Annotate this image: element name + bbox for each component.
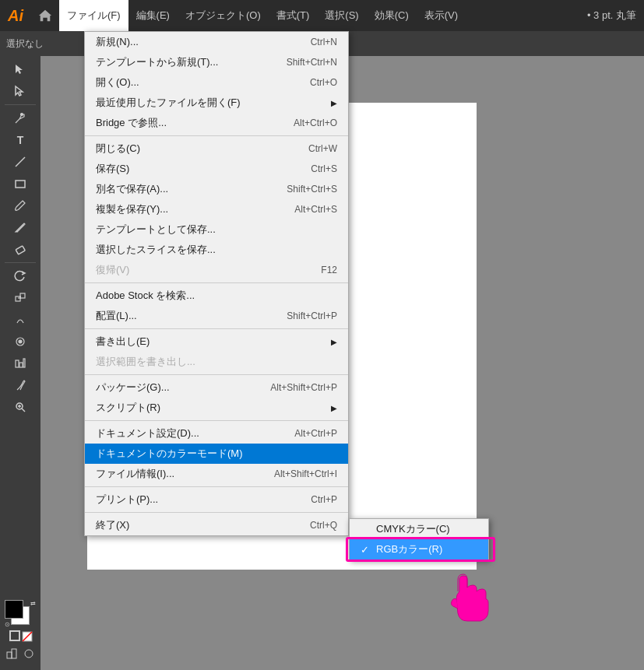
menu-item-save-copy[interactable]: 複製を保存(Y)...Alt+Ctrl+S: [85, 199, 348, 219]
menu-item-save-as[interactable]: 別名で保存(A)...Shift+Ctrl+S: [85, 179, 348, 199]
menu-item-label: 終了(X): [96, 518, 294, 532]
tool-select[interactable]: [2, 59, 38, 79]
tool-brush[interactable]: [2, 195, 38, 216]
menu-item-save-template[interactable]: テンプレートとして保存...: [85, 219, 348, 240]
swap-colors-icon[interactable]: ⇄: [30, 600, 36, 607]
stroke-indicator[interactable]: [9, 630, 20, 641]
submenu-item-label: RGBカラー(R): [376, 542, 442, 556]
menu-item-bridge[interactable]: Bridge で参照...Alt+Ctrl+O: [85, 113, 348, 133]
menu-type[interactable]: 書式(T): [269, 0, 318, 31]
menu-item-export-selection: 選択範囲を書き出し...: [85, 352, 348, 372]
svg-rect-3: [16, 246, 25, 254]
menu-item-label: 最近使用したファイルを開く(F): [96, 96, 326, 110]
menu-item-export[interactable]: 書き出し(E)▶: [85, 331, 348, 352]
tool-knife[interactable]: [2, 375, 38, 395]
menu-separator: [85, 420, 348, 421]
menu-separator: [85, 374, 348, 375]
menu-item-print[interactable]: プリント(P)...Ctrl+P: [85, 489, 348, 510]
svg-line-14: [22, 409, 25, 412]
tool-scale[interactable]: [2, 288, 38, 308]
menu-item-label: 選択したスライスを保存...: [96, 243, 337, 257]
tool-column[interactable]: [2, 353, 38, 374]
menu-item-shortcut: Shift+Ctrl+S: [287, 184, 337, 195]
menu-view[interactable]: 表示(V): [417, 0, 466, 31]
menu-item-label: 閉じる(C): [96, 142, 293, 156]
tool-pen[interactable]: [2, 108, 38, 128]
menu-item-label: ドキュメント設定(D)...: [96, 426, 279, 440]
none-indicator[interactable]: [22, 631, 31, 640]
menu-item-shortcut: Ctrl+O: [310, 77, 337, 88]
svg-rect-5: [20, 293, 25, 298]
tool-direct-select[interactable]: [2, 81, 38, 101]
menu-item-close[interactable]: 閉じる(C)Ctrl+W: [85, 139, 348, 159]
menu-item-label: プリント(P)...: [96, 493, 295, 507]
menu-item-recent[interactable]: 最近使用したファイルを開く(F)▶: [85, 93, 348, 113]
menu-item-label: 開く(O)...: [96, 75, 294, 89]
menu-item-shortcut: Alt+Shift+Ctrl+I: [274, 468, 337, 479]
color-swatch-group[interactable]: ⊙ ⇄: [5, 600, 36, 628]
menu-item-label: 書き出し(E): [96, 335, 326, 349]
tool-extra-1[interactable]: [4, 644, 19, 664]
tool-zoom[interactable]: [2, 397, 38, 417]
menubar: Ai ファイル(F) 編集(E) オブジェクト(O) 書式(T) 選択(S) 効…: [0, 0, 644, 31]
menu-item-save-slices[interactable]: 選択したスライスを保存...: [85, 240, 348, 260]
menu-select[interactable]: 選択(S): [317, 0, 366, 31]
tool-extra-2[interactable]: [21, 644, 37, 664]
tool-type[interactable]: T: [2, 130, 38, 150]
menu-item-save[interactable]: 保存(S)Ctrl+S: [85, 159, 348, 179]
home-button[interactable]: [31, 0, 59, 31]
menu-item-stock[interactable]: Adobe Stock を検索...: [85, 286, 348, 306]
menu-item-color-mode[interactable]: ドキュメントのカラーモード(M): [85, 444, 348, 464]
menu-item-shortcut: Shift+Ctrl+P: [287, 310, 337, 321]
file-menu-dropdown: 新規(N)...Ctrl+Nテンプレートから新規(T)...Shift+Ctrl…: [84, 31, 349, 536]
tool-pencil[interactable]: [2, 217, 38, 237]
menu-item-doc-setup[interactable]: ドキュメント設定(D)...Alt+Ctrl+P: [85, 423, 348, 444]
menu-item-new-template[interactable]: テンプレートから新規(T)...Shift+Ctrl+N: [85, 52, 348, 72]
menu-item-label: 保存(S): [96, 162, 295, 176]
menu-item-shortcut: Alt+Ctrl+P: [294, 428, 337, 439]
menu-effect[interactable]: 効果(C): [367, 0, 417, 31]
menu-item-quit[interactable]: 終了(X)Ctrl+Q: [85, 515, 348, 535]
reset-colors-icon[interactable]: ⊙: [5, 621, 10, 628]
svg-point-0: [21, 114, 23, 116]
menu-separator: [85, 135, 348, 136]
menu-item-package[interactable]: パッケージ(G)...Alt+Shift+Ctrl+P: [85, 377, 348, 398]
fill-stroke-indicator: [9, 630, 31, 641]
menu-item-label: 複製を保存(Y)...: [96, 202, 279, 216]
submenu-item-rgb[interactable]: ✓RGBカラー(R): [350, 539, 488, 560]
menu-item-label: テンプレートとして保存...: [96, 223, 337, 237]
menu-item-label: 選択範囲を書き出し...: [96, 355, 337, 369]
svg-line-1: [16, 157, 25, 167]
menu-item-scripts[interactable]: スクリプト(R)▶: [85, 398, 348, 418]
submenu-checkmark: ✓: [361, 544, 373, 556]
tool-eraser[interactable]: [2, 239, 38, 259]
svg-rect-2: [16, 181, 25, 188]
menu-separator: [85, 512, 348, 513]
tool-warp[interactable]: [2, 310, 38, 330]
app-logo: Ai: [0, 0, 31, 31]
menu-item-revert: 復帰(V)F12: [85, 260, 348, 280]
menu-item-shortcut: Ctrl+S: [311, 163, 337, 174]
menu-item-open[interactable]: 開く(O)...Ctrl+O: [85, 72, 348, 93]
svg-rect-11: [19, 363, 23, 367]
menu-item-shortcut: Ctrl+W: [308, 143, 337, 154]
foreground-color[interactable]: [5, 600, 23, 619]
tool-line[interactable]: [2, 152, 38, 172]
submenu-item-cmyk[interactable]: CMYKカラー(C): [350, 519, 488, 539]
menu-item-shortcut: Ctrl+Q: [310, 520, 337, 531]
tool-rotate[interactable]: [2, 266, 38, 286]
menu-item-label: ドキュメントのカラーモード(M): [96, 447, 337, 461]
menu-item-shortcut: Alt+Shift+Ctrl+P: [270, 382, 337, 393]
menu-item-new[interactable]: 新規(N)...Ctrl+N: [85, 32, 348, 52]
tool-rect[interactable]: [2, 174, 38, 194]
menu-file[interactable]: ファイル(F): [59, 0, 128, 31]
menu-item-label: Adobe Stock を検索...: [96, 289, 337, 303]
menu-item-shortcut: Shift+Ctrl+N: [287, 57, 337, 68]
tool-symbol[interactable]: [2, 331, 38, 352]
submenu-item-label: CMYKカラー(C): [376, 522, 450, 536]
menu-edit[interactable]: 編集(E): [128, 0, 178, 31]
submenu-arrow-icon: ▶: [331, 338, 337, 346]
menu-item-place[interactable]: 配置(L)...Shift+Ctrl+P: [85, 306, 348, 326]
menu-object[interactable]: オブジェクト(O): [178, 0, 269, 31]
menu-item-file-info[interactable]: ファイル情報(I)...Alt+Shift+Ctrl+I: [85, 464, 348, 484]
